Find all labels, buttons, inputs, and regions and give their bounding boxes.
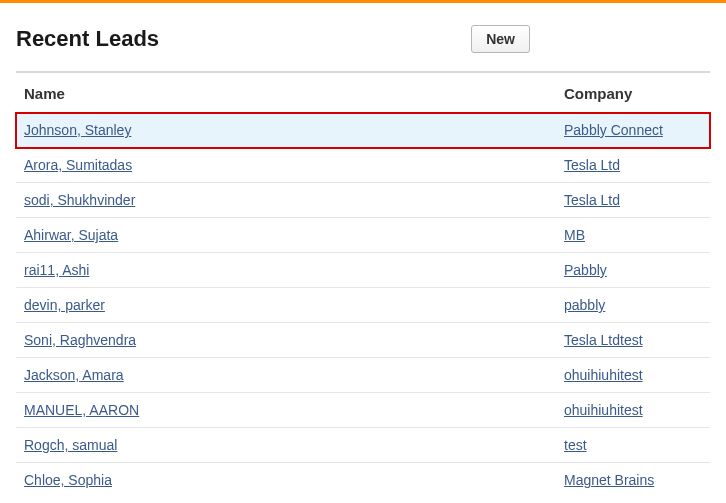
table-row: Arora, SumitadasTesla Ltd xyxy=(16,148,710,183)
table-cell-name: Rogch, samual xyxy=(16,428,556,463)
lead-company-link[interactable]: Magnet Brains xyxy=(564,472,654,488)
table-cell-company: test xyxy=(556,428,710,463)
table-cell-company: pabbly xyxy=(556,288,710,323)
lead-company-link[interactable]: Pabbly Connect xyxy=(564,122,663,138)
lead-name-link[interactable]: Ahirwar, Sujata xyxy=(24,227,118,243)
table-cell-company: Pabbly Connect xyxy=(556,113,710,148)
table-header-row: Name Company xyxy=(16,72,710,113)
table-cell-company: Tesla Ltdtest xyxy=(556,323,710,358)
table-cell-company: Pabbly xyxy=(556,253,710,288)
table-row: Chloe, SophiaMagnet Brains xyxy=(16,463,710,498)
lead-company-link[interactable]: Tesla Ltd xyxy=(564,192,620,208)
table-cell-name: sodi, Shukhvinder xyxy=(16,183,556,218)
lead-name-link[interactable]: Rogch, samual xyxy=(24,437,117,453)
table-row: MANUEL, AARONohuihiuhitest xyxy=(16,393,710,428)
lead-company-link[interactable]: Tesla Ltdtest xyxy=(564,332,643,348)
panel-header: Recent Leads New xyxy=(16,25,710,53)
lead-name-link[interactable]: devin, parker xyxy=(24,297,105,313)
leads-table: Name Company Johnson, StanleyPabbly Conn… xyxy=(16,71,710,497)
table-row: Johnson, StanleyPabbly Connect xyxy=(16,113,710,148)
table-row: Ahirwar, SujataMB xyxy=(16,218,710,253)
table-cell-company: MB xyxy=(556,218,710,253)
recent-leads-panel: Recent Leads New Name Company Johnson, S… xyxy=(0,3,726,497)
table-row: Jackson, Amaraohuihiuhitest xyxy=(16,358,710,393)
lead-name-link[interactable]: sodi, Shukhvinder xyxy=(24,192,135,208)
table-row: Soni, RaghvendraTesla Ltdtest xyxy=(16,323,710,358)
table-cell-name: MANUEL, AARON xyxy=(16,393,556,428)
lead-company-link[interactable]: ohuihiuhitest xyxy=(564,367,643,383)
panel-title: Recent Leads xyxy=(16,26,159,52)
column-header-company[interactable]: Company xyxy=(556,72,710,113)
lead-company-link[interactable]: MB xyxy=(564,227,585,243)
lead-name-link[interactable]: Jackson, Amara xyxy=(24,367,124,383)
table-cell-name: Soni, Raghvendra xyxy=(16,323,556,358)
table-row: devin, parkerpabbly xyxy=(16,288,710,323)
table-cell-name: devin, parker xyxy=(16,288,556,323)
table-cell-company: Tesla Ltd xyxy=(556,183,710,218)
lead-name-link[interactable]: Chloe, Sophia xyxy=(24,472,112,488)
table-row: sodi, ShukhvinderTesla Ltd xyxy=(16,183,710,218)
table-cell-name: Chloe, Sophia xyxy=(16,463,556,498)
lead-name-link[interactable]: Arora, Sumitadas xyxy=(24,157,132,173)
lead-name-link[interactable]: Johnson, Stanley xyxy=(24,122,131,138)
new-button[interactable]: New xyxy=(471,25,530,53)
lead-company-link[interactable]: ohuihiuhitest xyxy=(564,402,643,418)
table-cell-company: Magnet Brains xyxy=(556,463,710,498)
table-cell-name: Jackson, Amara xyxy=(16,358,556,393)
column-header-name[interactable]: Name xyxy=(16,72,556,113)
lead-company-link[interactable]: test xyxy=(564,437,587,453)
lead-name-link[interactable]: MANUEL, AARON xyxy=(24,402,139,418)
table-cell-company: Tesla Ltd xyxy=(556,148,710,183)
leads-table-body: Johnson, StanleyPabbly ConnectArora, Sum… xyxy=(16,113,710,498)
lead-company-link[interactable]: Tesla Ltd xyxy=(564,157,620,173)
lead-name-link[interactable]: Soni, Raghvendra xyxy=(24,332,136,348)
table-cell-name: Johnson, Stanley xyxy=(16,113,556,148)
table-row: Rogch, samualtest xyxy=(16,428,710,463)
table-cell-company: ohuihiuhitest xyxy=(556,358,710,393)
lead-company-link[interactable]: pabbly xyxy=(564,297,605,313)
lead-company-link[interactable]: Pabbly xyxy=(564,262,607,278)
table-cell-name: Arora, Sumitadas xyxy=(16,148,556,183)
lead-name-link[interactable]: rai11, Ashi xyxy=(24,262,89,278)
table-cell-name: rai11, Ashi xyxy=(16,253,556,288)
table-row: rai11, AshiPabbly xyxy=(16,253,710,288)
table-cell-company: ohuihiuhitest xyxy=(556,393,710,428)
table-cell-name: Ahirwar, Sujata xyxy=(16,218,556,253)
